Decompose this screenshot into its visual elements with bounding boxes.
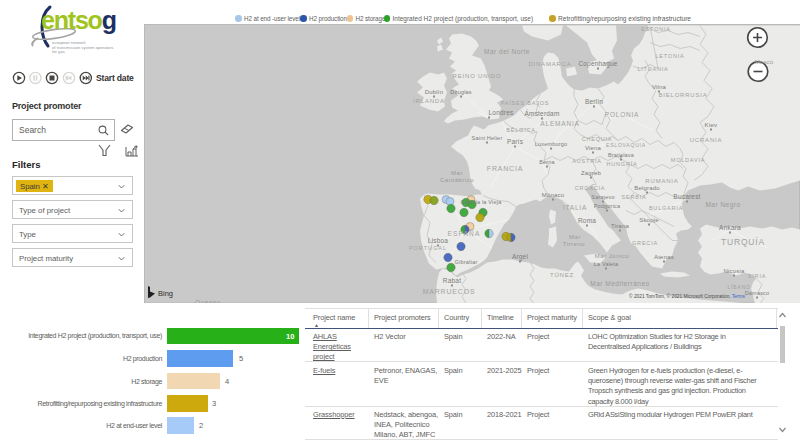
svg-text:ESTONIA: ESTONIA [641, 25, 671, 31]
svg-text:Argel: Argel [512, 252, 529, 260]
svg-text:Podgorica: Podgorica [594, 202, 621, 208]
svg-text:Berna: Berna [539, 158, 555, 164]
svg-text:BÉLGICA: BÉLGICA [506, 126, 535, 132]
svg-text:BULGARIA: BULGARIA [649, 204, 683, 210]
svg-text:ITALIA: ITALIA [563, 203, 587, 210]
svg-text:Copenhague: Copenhague [578, 59, 617, 67]
svg-text:SERBIA: SERBIA [622, 193, 647, 199]
svg-text:La Valeta: La Valeta [594, 260, 619, 266]
svg-text:Atenas: Atenas [654, 253, 674, 259]
svg-text:Ámsterdam: Ámsterdam [524, 108, 559, 116]
svg-text:Berlín: Berlín [585, 97, 603, 104]
svg-text:Nicosia: Nicosia [723, 267, 745, 273]
svg-text:PAÍSES BAJOS: PAÍSES BAJOS [501, 99, 550, 105]
svg-text:Lisboa: Lisboa [428, 236, 449, 243]
svg-text:POLONIA: POLONIA [605, 110, 640, 117]
svg-text:TÚNEZ: TÚNEZ [550, 271, 574, 277]
svg-text:Mar: Mar [451, 169, 463, 175]
svg-text:Luxemburgo: Luxemburgo [535, 140, 568, 146]
svg-text:TURQUÍA: TURQUÍA [721, 236, 765, 246]
svg-text:Sarajevo: Sarajevo [591, 193, 614, 199]
svg-text:entsog: entsog [41, 6, 116, 34]
svg-text:Mar del Norte: Mar del Norte [484, 47, 530, 54]
svg-text:SIRIA: SIRIA [748, 272, 766, 278]
svg-text:GRECIA: GRECIA [632, 239, 658, 245]
svg-text:Kiev: Kiev [705, 120, 719, 127]
svg-text:Mónaco: Mónaco [542, 191, 565, 197]
svg-text:© 2021 TomTom, © 2021 Microsof: © 2021 TomTom, © 2021 Microsoft Corporat… [629, 292, 746, 298]
svg-text:Mar Mediterráneo: Mar Mediterráneo [590, 279, 649, 286]
svg-text:Mar Jónico: Mar Jónico [595, 252, 630, 258]
svg-text:Bucarest: Bucarest [673, 192, 700, 199]
svg-text:Cantábrico: Cantábrico [440, 176, 474, 182]
svg-text:Océano: Océano [195, 298, 221, 303]
svg-text:ESPAÑA: ESPAÑA [447, 228, 480, 236]
svg-text:Castilla la Vieja: Castilla la Vieja [461, 198, 503, 204]
svg-text:for gas: for gas [52, 49, 65, 54]
svg-text:UCRANIA: UCRANIA [690, 136, 723, 142]
svg-text:París: París [507, 137, 524, 144]
svg-text:Tirana: Tirana [611, 222, 629, 228]
svg-text:Saint Helier: Saint Helier [472, 134, 503, 140]
svg-text:Belgrado: Belgrado [634, 184, 660, 190]
svg-text:Rabat: Rabat [443, 276, 461, 283]
svg-text:Bing: Bing [158, 289, 173, 298]
svg-text:AUSTRIA: AUSTRIA [572, 157, 601, 163]
svg-text:Mar Negro: Mar Negro [705, 200, 740, 208]
svg-text:Roma: Roma [578, 216, 596, 223]
svg-text:DINAMARCA: DINAMARCA [528, 60, 571, 66]
svg-text:IRLANDA: IRLANDA [413, 97, 445, 103]
svg-text:MOLDAVIA: MOLDAVIA [671, 156, 705, 162]
svg-text:PORTUGAL: PORTUGAL [409, 244, 447, 250]
svg-text:Damasco: Damasco [745, 289, 770, 295]
svg-text:Zagreb: Zagreb [581, 169, 602, 175]
svg-text:Vilna: Vilna [652, 83, 667, 89]
svg-text:CROACIA: CROACIA [575, 184, 606, 190]
svg-text:LETONIA: LETONIA [655, 52, 684, 58]
svg-text:Dublín: Dublín [425, 88, 444, 94]
svg-text:ALEMANIA: ALEMANIA [540, 119, 579, 126]
svg-text:Moscú: Moscú [755, 58, 774, 64]
svg-text:Londres: Londres [489, 108, 514, 115]
svg-text:LITUANIA: LITUANIA [637, 65, 668, 71]
svg-text:MARRUECOS: MARRUECOS [423, 287, 476, 294]
svg-text:Tirreno: Tirreno [563, 240, 585, 246]
svg-text:Viena: Viena [585, 144, 602, 150]
svg-text:RUMANIA: RUMANIA [645, 177, 678, 183]
svg-text:REINO UNIDO: REINO UNIDO [453, 72, 502, 78]
svg-text:Gibraltar: Gibraltar [455, 258, 478, 264]
svg-text:Douglas: Douglas [450, 88, 472, 94]
svg-text:FRANCIA: FRANCIA [487, 164, 523, 171]
svg-text:Mar: Mar [569, 233, 581, 239]
svg-text:ESLOVAQUIA: ESLOVAQUIA [606, 141, 646, 147]
svg-text:HUNGRÍA: HUNGRÍA [607, 160, 638, 166]
svg-text:BIELORRUSIA: BIELORRUSIA [658, 91, 707, 97]
svg-text:Ankara: Ankara [719, 223, 741, 230]
svg-text:Skopje: Skopje [639, 216, 659, 222]
